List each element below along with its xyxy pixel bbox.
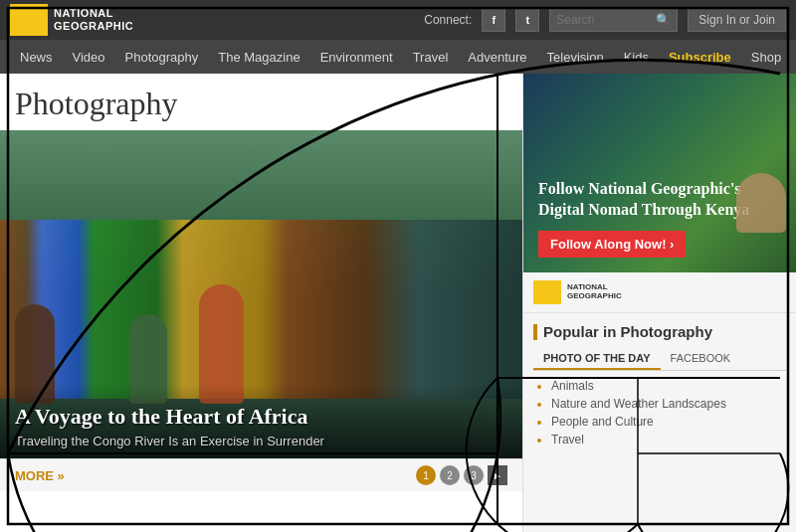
nav-item-magazine[interactable]: The Magazine bbox=[208, 40, 309, 74]
hero-title: A Voyage to the Heart of Africa bbox=[15, 404, 507, 430]
more-link[interactable]: MORE » bbox=[15, 468, 65, 483]
sidebar-logo-text: NATIONAL GEOGRAPHIC bbox=[567, 283, 622, 301]
page-dot-1[interactable]: 1 bbox=[416, 465, 436, 485]
hero-subtitle: Traveling the Congo River Is an Exercise… bbox=[15, 434, 507, 448]
hero-bottom-bar: MORE » 1 2 3 ► bbox=[0, 458, 522, 491]
popular-section: Popular in Photography PHOTO OF THE DAY … bbox=[523, 313, 796, 460]
page-dot-2[interactable]: 2 bbox=[440, 465, 460, 485]
popular-item-travel[interactable]: Travel bbox=[551, 433, 786, 446]
hero-image: A Voyage to the Heart of Africa Travelin… bbox=[0, 130, 522, 458]
popular-title: Popular in Photography bbox=[533, 323, 786, 340]
signin-button[interactable]: Sign In or Join bbox=[688, 8, 786, 32]
search-box: 🔍 bbox=[549, 8, 678, 32]
sidebar-logo-box bbox=[533, 280, 561, 304]
nav-item-environment[interactable]: Environment bbox=[310, 40, 403, 74]
nav-item-travel[interactable]: Travel bbox=[403, 40, 459, 74]
nav-item-television[interactable]: Television bbox=[537, 40, 614, 74]
main-content: Photography A Voyage to the Heart of Afr… bbox=[0, 74, 796, 532]
tab-facebook[interactable]: FACEBOOK bbox=[661, 348, 741, 370]
nav-item-subscribe[interactable]: Subscribe bbox=[659, 40, 741, 74]
pagination: 1 2 3 ► bbox=[416, 465, 507, 485]
popular-item-animals[interactable]: Animals bbox=[551, 379, 786, 393]
nav-item-kids[interactable]: Kids bbox=[614, 40, 659, 74]
content-area: Photography A Voyage to the Heart of Afr… bbox=[0, 74, 522, 532]
logo-icon bbox=[14, 7, 44, 33]
twitter-icon[interactable]: t bbox=[515, 8, 539, 32]
nav-item-photography[interactable]: Photography bbox=[115, 40, 209, 74]
ad-person-image bbox=[736, 173, 786, 233]
nav-item-shop[interactable]: Shop bbox=[741, 40, 791, 74]
hero-overlay: A Voyage to the Heart of Africa Travelin… bbox=[0, 384, 522, 458]
market-scene bbox=[0, 220, 522, 399]
nat-geo-logo-box bbox=[10, 4, 48, 36]
nav-bar: News Video Photography The Magazine Envi… bbox=[0, 40, 796, 74]
svg-rect-1 bbox=[18, 11, 27, 20]
search-input[interactable] bbox=[556, 13, 656, 27]
tab-photo-of-day[interactable]: PHOTO OF THE DAY bbox=[533, 348, 661, 370]
page-dot-3[interactable]: 3 bbox=[464, 465, 484, 485]
popular-item-people[interactable]: People and Culture bbox=[551, 415, 786, 429]
ad-follow-button[interactable]: Follow Along Now! bbox=[538, 231, 686, 258]
advertisement-block: ADVERTISEMENT Follow National Geographic… bbox=[523, 74, 796, 272]
logo-text: NATIONAL GEOGRAPHIC bbox=[54, 7, 133, 33]
nav-item-news[interactable]: News bbox=[10, 40, 63, 74]
ad-content: Follow National Geographic's Digital Nom… bbox=[523, 74, 796, 272]
pagination-arrow[interactable]: ► bbox=[488, 465, 507, 485]
popular-list: Animals Nature and Weather Landscapes Pe… bbox=[533, 379, 786, 446]
header-right: Connect: f t 🔍 Sign In or Join bbox=[424, 8, 786, 32]
connect-label: Connect: bbox=[424, 13, 472, 27]
search-button[interactable]: 🔍 bbox=[656, 13, 671, 27]
sidebar: ADVERTISEMENT Follow National Geographic… bbox=[522, 74, 796, 532]
nav-item-adventure[interactable]: Adventure bbox=[458, 40, 536, 74]
popular-tabs: PHOTO OF THE DAY FACEBOOK bbox=[533, 348, 786, 371]
nav-item-video[interactable]: Video bbox=[63, 40, 115, 74]
header: NATIONAL GEOGRAPHIC Connect: f t 🔍 Sign … bbox=[0, 0, 796, 40]
sidebar-logo: NATIONAL GEOGRAPHIC bbox=[523, 272, 796, 313]
popular-accent bbox=[533, 324, 537, 340]
popular-item-nature[interactable]: Nature and Weather Landscapes bbox=[551, 397, 786, 411]
facebook-icon[interactable]: f bbox=[482, 8, 505, 32]
page-title: Photography bbox=[0, 74, 522, 130]
logo-area: NATIONAL GEOGRAPHIC bbox=[10, 4, 133, 36]
